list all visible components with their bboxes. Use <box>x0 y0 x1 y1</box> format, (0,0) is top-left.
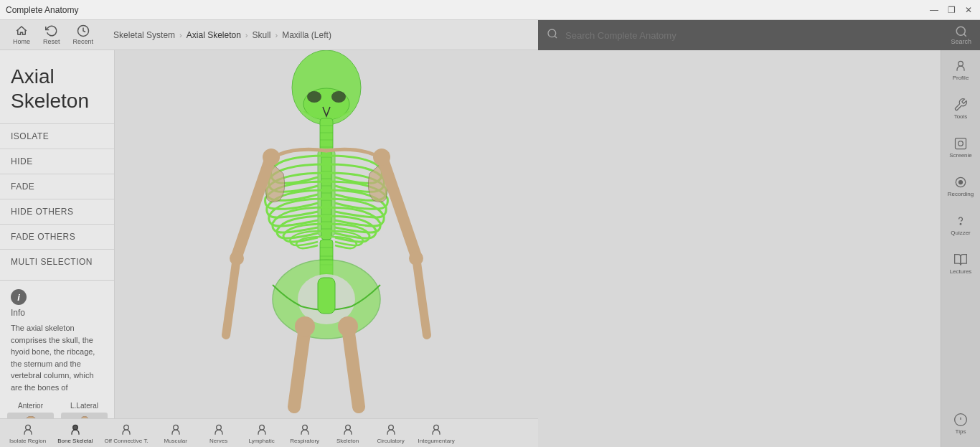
thumb-anterior-label: Anterior <box>18 402 43 410</box>
tool-quizzer[interactable]: Quizzer <box>949 211 972 239</box>
svg-point-27 <box>307 91 321 103</box>
menu-item-hide-others[interactable]: HIDE OTHERS <box>0 199 114 224</box>
tool-tips[interactable]: Tips <box>952 410 969 438</box>
svg-point-64 <box>295 316 315 337</box>
svg-point-83 <box>958 141 963 146</box>
toolbar-skeleton[interactable]: Skeleton <box>326 421 369 446</box>
info-label: Info <box>11 308 103 318</box>
home-label: Home <box>13 38 30 45</box>
home-nav-item[interactable]: Home <box>7 23 36 47</box>
svg-point-61 <box>373 149 390 166</box>
svg-point-73 <box>302 425 307 430</box>
app-title: Complete Anatomy <box>6 5 78 15</box>
toolbar-lymphatic[interactable]: Lymphatic <box>240 421 283 446</box>
toolbar-integumentary[interactable]: Integumentary <box>413 421 461 446</box>
svg-point-79 <box>956 27 965 35</box>
tool-profile[interactable]: Profile <box>951 56 971 84</box>
toolbar-circulatory[interactable]: Circulatory <box>369 421 413 446</box>
svg-point-71 <box>216 425 221 430</box>
breadcrumb-maxilla[interactable]: Maxilla (Left) <box>282 30 331 40</box>
svg-point-69 <box>124 425 129 430</box>
bottom-toolbar: Isolate Region Bone Skeletal Off Connect… <box>0 418 538 447</box>
toolbar-bone-skeletal[interactable]: Bone Skeletal <box>52 421 98 446</box>
svg-rect-29 <box>320 118 333 151</box>
reset-nav-item[interactable]: Reset <box>37 23 66 47</box>
maximize-button[interactable]: ❐ <box>946 4 957 16</box>
svg-line-60 <box>416 258 427 335</box>
svg-line-78 <box>555 36 557 38</box>
thumb-llateral[interactable]: L.Lateral <box>61 402 108 418</box>
left-panel: Home Reset Recent <box>0 20 538 447</box>
breadcrumb-skull[interactable]: Skull <box>253 30 271 40</box>
thumb-llateral-box[interactable] <box>61 413 108 418</box>
thumb-anterior-box[interactable] <box>7 413 54 418</box>
menu-item-multi-selection[interactable]: MULTI SELECTION <box>0 249 114 274</box>
recent-nav-item[interactable]: Recent <box>67 23 100 47</box>
search-button[interactable]: Search <box>951 25 971 45</box>
menu-item-fade-others[interactable]: FADE OTHERS <box>0 224 114 249</box>
info-icon: i <box>11 289 27 305</box>
svg-line-65 <box>348 328 359 407</box>
search-icon <box>547 28 558 42</box>
tool-lectures[interactable]: Lectures <box>948 250 974 278</box>
search-input[interactable] <box>565 30 943 41</box>
svg-point-57 <box>263 149 280 166</box>
main-layout: Home Reset Recent <box>0 20 980 447</box>
menu-item-hide[interactable]: HIDE <box>0 149 114 174</box>
nav-icons: Home Reset Recent <box>7 23 99 47</box>
tool-screenie[interactable]: Screenie <box>948 133 974 161</box>
viewport[interactable] <box>115 50 538 418</box>
sidebar-menu: AxialSkeleton ISOLATE HIDE FADE HIDE OTH… <box>0 50 115 418</box>
titlebar: Complete Anatomy — ❐ ✕ <box>0 0 980 20</box>
breadcrumb: Skeletal System › Axial Skeleton › Skull… <box>113 30 331 40</box>
toolbar-respiratory[interactable]: Respiratory <box>283 421 326 446</box>
view-thumbnails: Anterior <box>0 393 114 418</box>
right-panel: Search Profile Too <box>538 20 980 447</box>
svg-point-66 <box>338 316 358 337</box>
reset-label: Reset <box>43 38 60 45</box>
svg-line-56 <box>226 258 237 335</box>
info-text: The axial skeleton comprises the skull, … <box>11 322 103 393</box>
svg-point-68 <box>73 425 78 430</box>
svg-point-58 <box>230 251 244 265</box>
content-area: AxialSkeleton ISOLATE HIDE FADE HIDE OTH… <box>0 50 538 418</box>
sidebar-title: AxialSkeleton <box>0 57 114 123</box>
right-content: Profile Tools Screenie <box>538 50 980 447</box>
svg-point-81 <box>958 61 963 66</box>
tool-tools[interactable]: Tools <box>952 95 969 123</box>
toolbar-nerves[interactable]: Nerves <box>197 421 240 446</box>
menu-item-fade[interactable]: FADE <box>0 174 114 199</box>
svg-point-85 <box>959 181 963 184</box>
toolbar-muscular[interactable]: Muscular <box>154 421 197 446</box>
thumb-anterior[interactable]: Anterior <box>7 402 54 418</box>
tool-recording[interactable]: Recording <box>946 172 975 200</box>
svg-point-72 <box>259 425 264 430</box>
svg-point-28 <box>331 91 346 103</box>
right-tools: Profile Tools Screenie <box>941 50 980 447</box>
svg-rect-54 <box>318 278 335 314</box>
svg-point-86 <box>960 223 961 225</box>
toolbar-connective[interactable]: Off Connective T. <box>99 421 154 446</box>
close-button[interactable]: ✕ <box>963 4 974 16</box>
svg-point-62 <box>409 251 423 265</box>
tips-section: Tips <box>952 288 969 441</box>
breadcrumb-skeletal[interactable]: Skeletal System <box>113 30 175 40</box>
search-bar: Search <box>538 20 980 50</box>
toolbar-isolate-region[interactable]: Isolate Region <box>4 421 52 446</box>
menu-item-isolate[interactable]: ISOLATE <box>0 123 114 149</box>
minimize-button[interactable]: — <box>928 4 940 16</box>
recent-label: Recent <box>73 38 94 45</box>
right-main-area <box>538 50 941 447</box>
svg-rect-82 <box>955 138 966 149</box>
svg-point-75 <box>388 425 393 430</box>
svg-point-67 <box>25 425 30 430</box>
svg-line-63 <box>294 328 305 407</box>
svg-point-74 <box>345 425 350 430</box>
svg-point-77 <box>548 29 556 37</box>
breadcrumb-axial[interactable]: Axial Skeleton <box>187 30 241 40</box>
window-controls: — ❐ ✕ <box>928 4 974 16</box>
skeleton-3d-view <box>115 50 538 418</box>
info-section: i Info The axial skeleton comprises the … <box>0 280 114 393</box>
svg-point-70 <box>173 425 178 430</box>
svg-line-80 <box>963 34 966 36</box>
